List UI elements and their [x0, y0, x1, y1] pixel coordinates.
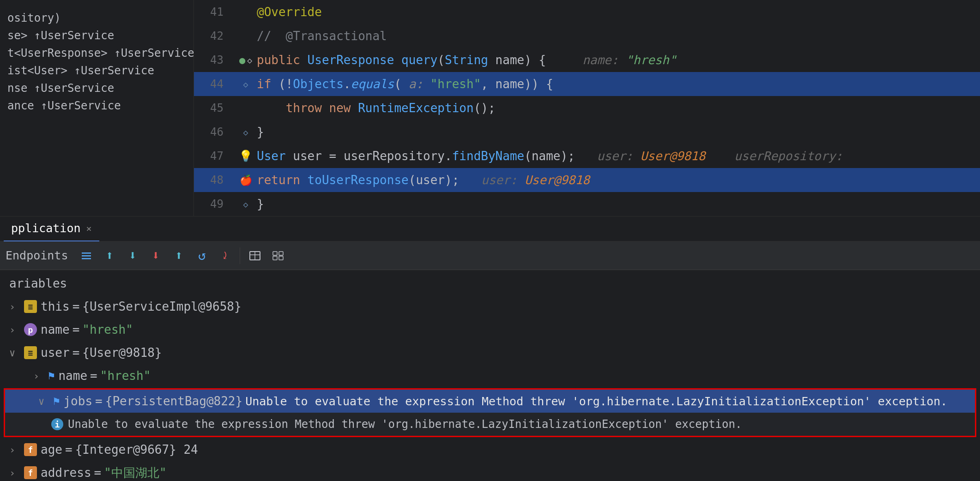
code-line-43: 43 ● ◇ public UserResponse query(String …: [194, 48, 980, 72]
sidebar-text-5: ance ↑UserService: [7, 99, 121, 112]
toolbar-btn-cursor[interactable]: ⤸: [215, 246, 235, 266]
main-container: ository) se> ↑UserService t<UserResponse…: [0, 0, 980, 481]
list-icon: [80, 249, 93, 262]
diamond2-icon: ◇: [243, 79, 248, 89]
var-name-age: age: [41, 443, 62, 457]
var-row-age[interactable]: › f age = {Integer@9667} 24: [0, 438, 980, 461]
toolbar-btn-reset[interactable]: ↺: [192, 246, 212, 266]
sidebar-item-1[interactable]: se> ↑UserService: [0, 27, 194, 44]
var-row-user-name[interactable]: › ⚑ name = "hresh": [0, 364, 980, 387]
var-name-user: user: [41, 346, 70, 360]
var-name-address: address: [41, 466, 91, 480]
var-eq-user: =: [73, 346, 80, 360]
endpoints-label: Endpoints: [6, 249, 68, 262]
code-content-49: }: [257, 197, 973, 211]
var-row-user[interactable]: ∨ ≡ user = {User@9818}: [0, 341, 980, 364]
sidebar-item-2[interactable]: t<UserResponse> ↑UserService: [0, 44, 194, 62]
variables-section: ariables › ≡ this = {UserServiceImpl@965…: [0, 270, 980, 481]
var-name-this: this: [41, 300, 70, 313]
toolbar-btn-grid[interactable]: [268, 246, 288, 266]
sidebar-text-2: t<UserResponse> ↑UserService: [7, 47, 194, 60]
tab-close-btn[interactable]: ×: [86, 223, 92, 234]
jobs-error-text: Unable to evaluate the expression Method…: [245, 395, 947, 408]
badge-name: p: [24, 323, 37, 336]
toolbar-btn-list[interactable]: [76, 246, 97, 266]
code-line-48: 48 🍎 return toUserResponse(user); user: …: [194, 168, 980, 192]
debug-toolbar: Endpoints ⬆ ⬇ ⬇ ⬆ ↺ ⤸: [0, 241, 980, 270]
badge-address: f: [24, 466, 37, 479]
toolbar-btn-step-into[interactable]: ⬇: [122, 246, 143, 266]
toolbar-btn-step-out[interactable]: ⬇: [145, 246, 166, 266]
var-name-jobs: jobs: [63, 394, 92, 408]
error-border-box: ∨ ⚑ jobs = {PersistentBag@822} Unable to…: [4, 388, 976, 437]
var-row-address[interactable]: › f address = "中国湖北": [0, 461, 980, 481]
grid-icon: [272, 249, 284, 262]
bottom-section: pplication × Endpoints ⬆ ⬇ ⬇ ⬆ ↺ ⤸: [0, 216, 980, 481]
expand-arrow-jobs[interactable]: ∨: [38, 396, 49, 407]
var-val-user: {User@9818}: [82, 346, 162, 360]
expand-arrow-age[interactable]: ›: [9, 444, 20, 456]
expand-arrow-address[interactable]: ›: [9, 467, 20, 479]
var-row-this[interactable]: › ≡ this = {UserServiceImpl@9658}: [0, 295, 980, 318]
variables-header: ariables: [0, 274, 980, 293]
expand-arrow-user-name[interactable]: ›: [33, 370, 44, 382]
code-content-43: public UserResponse query(String name) {…: [257, 53, 973, 67]
toolbar-btn-step-over[interactable]: ⬆: [99, 246, 120, 266]
bulb-icon: 💡: [239, 150, 253, 162]
badge-this: ≡: [24, 300, 37, 313]
sidebar-text-0: ository): [7, 12, 61, 24]
code-content-42: // @Transactional: [257, 29, 973, 43]
var-val-jobs-prefix: {PersistentBag@: [105, 394, 214, 408]
expand-arrow-user[interactable]: ∨: [9, 347, 20, 359]
var-eq-name: =: [73, 323, 80, 337]
toolbar-btn-run-to-cursor[interactable]: ⬆: [169, 246, 189, 266]
expand-arrow-name[interactable]: ›: [9, 324, 20, 336]
sidebar-item-4[interactable]: nse ↑UserService: [0, 79, 194, 97]
gutter-46: ◇: [235, 127, 257, 137]
var-val-name: "hresh": [82, 323, 133, 337]
var-val-this: {UserServiceImpl@9658}: [82, 300, 241, 313]
var-eq-this: =: [73, 300, 80, 313]
badge-user: ≡: [24, 346, 37, 359]
var-name-user-name: name: [58, 369, 87, 383]
code-line-41: 41 @Override: [194, 0, 980, 24]
sidebar-item-3[interactable]: ist<User> ↑UserService: [0, 62, 194, 79]
var-val-address: "中国湖北": [104, 465, 166, 481]
svg-rect-8: [273, 256, 277, 260]
tab-bar: pplication ×: [0, 216, 980, 241]
line-num-49: 49: [201, 198, 224, 210]
tab-application[interactable]: pplication ×: [4, 216, 99, 241]
info-icon: i: [51, 418, 63, 430]
var-row-jobs[interactable]: ∨ ⚑ jobs = {PersistentBag@822} Unable to…: [5, 390, 975, 413]
svg-rect-0: [82, 253, 91, 254]
code-line-45: 45 throw new RuntimeException();: [194, 96, 980, 120]
var-name-name: name: [41, 323, 70, 337]
expand-arrow-this[interactable]: ›: [9, 301, 20, 313]
code-line-44: 44 ◇ if (!Objects.equals( a: "hresh", na…: [194, 72, 980, 96]
code-content-45: throw new RuntimeException();: [257, 101, 973, 115]
line-num-43: 43: [201, 54, 224, 66]
toolbar-btn-table[interactable]: [245, 246, 265, 266]
var-row-name[interactable]: › p name = "hresh": [0, 318, 980, 341]
top-section: ository) se> ↑UserService t<UserResponse…: [0, 0, 980, 216]
gutter-47: 💡: [235, 150, 257, 162]
code-line-42: 42 // @Transactional: [194, 24, 980, 48]
sidebar-item-0[interactable]: ository): [0, 9, 194, 27]
var-row-jobs-error-sub: i Unable to evaluate the expression Meth…: [5, 413, 975, 436]
svg-rect-1: [82, 255, 91, 257]
code-content-48: return toUserResponse(user); user: User@…: [257, 173, 973, 187]
code-content-41: @Override: [257, 5, 973, 19]
bp-red-icon: 🍎: [240, 174, 252, 186]
bp-green-icon: ●: [239, 54, 245, 66]
sidebar-item-5[interactable]: ance ↑UserService: [0, 97, 194, 114]
badge-age: f: [24, 443, 37, 456]
table-icon: [248, 249, 261, 262]
code-line-47: 47 💡 User user = userRepository.findByNa…: [194, 144, 980, 168]
tab-label: pplication: [11, 222, 81, 235]
var-eq-address: =: [94, 466, 102, 480]
error-sub-text: Unable to evaluate the expression Method…: [68, 418, 742, 431]
line-num-44: 44: [201, 78, 224, 90]
diamond4-icon: ◇: [243, 199, 248, 209]
var-eq-age: =: [65, 443, 73, 457]
sidebar-text-3: ist<User> ↑UserService: [7, 64, 154, 77]
